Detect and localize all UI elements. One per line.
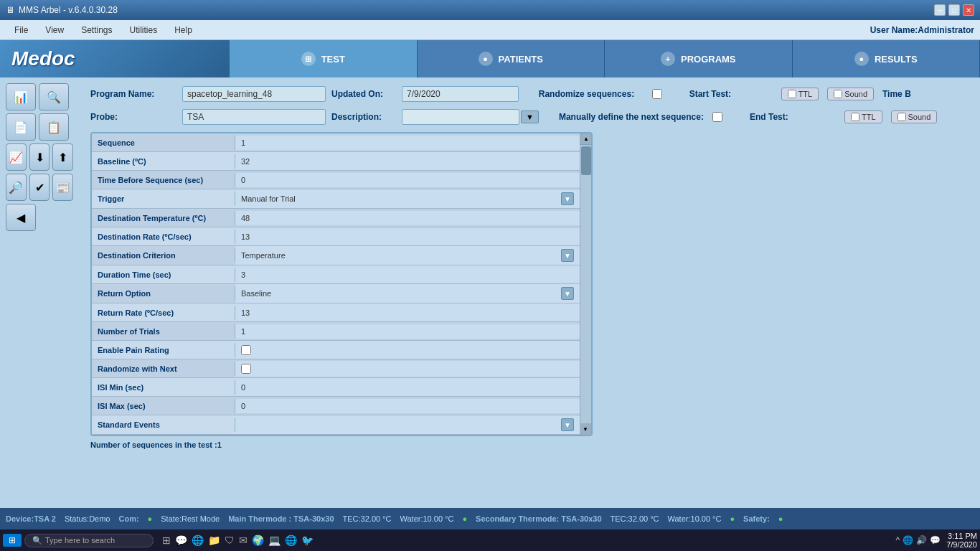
start-button[interactable]: ⊞ (3, 534, 22, 547)
sidebar-btn-zoom[interactable]: 🔎 (6, 174, 27, 201)
scrollbar[interactable]: ▲ ▼ (580, 133, 591, 435)
probe-row: Probe: Description: ▼ Manually define th… (90, 109, 969, 125)
sys-icon-volume[interactable]: 🔊 (916, 535, 927, 545)
row-value[interactable]: Temperature▼ (235, 246, 580, 265)
row-value: 1 (235, 136, 580, 150)
row-dropdown-btn[interactable]: ▼ (561, 192, 574, 205)
tab-results-label: RESULTS (875, 54, 918, 65)
end-sound-checkbox[interactable] (897, 113, 906, 121)
taskbar-icon-2[interactable]: 💬 (175, 534, 187, 546)
row-checkbox[interactable] (241, 364, 251, 374)
taskbar-icon-3[interactable]: 🌐 (192, 534, 204, 546)
sidebar-btn-doc[interactable]: 📄 (6, 113, 36, 141)
sidebar-btn-back[interactable]: ◀ (6, 204, 36, 231)
start-sound-checkbox[interactable] (834, 90, 842, 98)
probe-input[interactable] (182, 109, 326, 125)
status-device: Device:TSA 2 (6, 514, 56, 523)
sidebar-btn-check[interactable]: ✔ (29, 174, 50, 201)
start-ttl-checkbox[interactable] (788, 90, 796, 98)
taskbar-search-text: Type here to search (45, 536, 115, 545)
start-ttl-button[interactable]: TTL (781, 88, 819, 100)
patients-tab-icon: ● (479, 52, 493, 66)
taskbar-icon-6[interactable]: ✉ (239, 534, 248, 546)
taskbar-icon-10[interactable]: 🐦 (301, 534, 314, 546)
row-dropdown-btn[interactable]: ▼ (561, 287, 574, 300)
taskbar-icon-7[interactable]: 🌍 (252, 534, 264, 546)
row-dropdown-btn[interactable]: ▼ (561, 249, 574, 262)
tab-results[interactable]: ● RESULTS (793, 40, 981, 77)
app-icon: 🖥 (6, 5, 14, 15)
start-sound-button[interactable]: Sound (827, 88, 874, 100)
end-ttl-checkbox[interactable] (851, 113, 859, 121)
sys-icon-network[interactable]: 🌐 (903, 535, 913, 545)
status-sec-water: Water:10.00 °C (668, 514, 722, 523)
randomize-checkbox[interactable] (652, 89, 662, 99)
row-checkbox[interactable] (241, 345, 251, 355)
row-value[interactable] (235, 361, 580, 377)
sys-icon-msg[interactable]: 💬 (930, 535, 941, 545)
sequence-table: Sequence1Baseline (ºC)32Time Before Sequ… (92, 133, 580, 435)
taskbar-icon-9[interactable]: 🌐 (285, 534, 297, 546)
tab-programs-label: PROGRAMS (681, 54, 736, 65)
table-row: Number of Trials1 (92, 322, 580, 341)
logo: Medoc (0, 40, 230, 77)
sidebar-btn-search[interactable]: 🔍 (39, 83, 69, 110)
time-b-label: Time B (882, 89, 969, 99)
tab-programs[interactable]: + PROGRAMS (605, 40, 793, 77)
minimize-button[interactable]: ─ (934, 4, 946, 16)
status-sec-indicator: ● (730, 514, 735, 523)
row-key: Enable Pain Rating (92, 343, 235, 357)
end-sound-button[interactable]: Sound (891, 110, 938, 123)
manually-checkbox[interactable] (712, 112, 722, 122)
sidebar-btn-chart[interactable]: 📊 (6, 83, 36, 110)
status-state: State:Rest Mode (161, 514, 220, 523)
taskbar-icon-5[interactable]: 🛡 (225, 534, 235, 546)
description-dropdown-btn[interactable]: ▼ (521, 110, 539, 123)
scrollbar-up-arrow[interactable]: ▲ (580, 133, 592, 145)
tab-test-label: TEST (321, 54, 345, 65)
probe-label: Probe: (90, 112, 176, 122)
menu-help[interactable]: Help (166, 22, 201, 38)
menubar: File View Settings Utilities Help User N… (0, 20, 980, 40)
taskbar-right: ^ 🌐 🔊 💬 3:11 PM 7/9/2020 (896, 532, 977, 549)
sys-icons: ^ 🌐 🔊 💬 (896, 535, 941, 545)
taskbar-icon-8[interactable]: 💻 (268, 534, 281, 546)
updated-on-label: Updated On: (331, 89, 396, 99)
row-value[interactable]: Manual for Trial▼ (235, 189, 580, 208)
program-name-input[interactable] (182, 86, 326, 102)
taskbar-icon-1[interactable]: ⊞ (162, 534, 171, 546)
menu-utilities[interactable]: Utilities (121, 22, 166, 38)
scrollbar-down-arrow[interactable]: ▼ (580, 423, 591, 435)
end-ttl-button[interactable]: TTL (844, 110, 882, 123)
status-com: Com: (119, 514, 139, 523)
row-key: Time Before Sequence (sec) (92, 173, 235, 187)
scrollbar-thumb[interactable] (581, 146, 591, 175)
sidebar-btn-down[interactable]: ⬇ (29, 143, 50, 171)
row-value[interactable] (235, 342, 580, 358)
sys-icon-arrow[interactable]: ^ (896, 535, 900, 545)
sidebar-btn-stats[interactable]: 📈 (6, 143, 27, 171)
taskbar-icons: ⊞ 💬 🌐 📁 🛡 ✉ 🌍 💻 🌐 🐦 (156, 534, 319, 546)
row-key: ISI Max (sec) (92, 399, 235, 413)
sidebar-btn-up[interactable]: ⬆ (52, 143, 73, 171)
menu-view[interactable]: View (37, 22, 72, 38)
menu-settings[interactable]: Settings (72, 22, 121, 38)
menu-file[interactable]: File (6, 22, 37, 38)
updated-on-input[interactable] (402, 86, 519, 102)
taskbar-search[interactable]: 🔍 Type here to search (24, 534, 154, 547)
close-button[interactable]: ✕ (963, 4, 974, 16)
table-row: Destination CriterionTemperature▼ (92, 246, 580, 265)
taskbar-icon-4[interactable]: 📁 (208, 534, 220, 546)
sidebar-row-5: ◀ (6, 204, 73, 231)
row-dropdown-btn[interactable]: ▼ (561, 418, 574, 431)
tab-test[interactable]: ⊞ TEST (230, 40, 418, 77)
sidebar-btn-report[interactable]: 📰 (52, 174, 73, 201)
row-value[interactable]: ▼ (235, 415, 580, 434)
row-value[interactable]: Baseline▼ (235, 284, 580, 303)
sidebar-btn-clip[interactable]: 📋 (39, 113, 69, 141)
tab-patients[interactable]: ● PATIENTS (418, 40, 606, 77)
table-row: Return OptionBaseline▼ (92, 284, 580, 303)
description-input[interactable] (402, 109, 519, 125)
status-sec-tec: TEC:32.00 °C (611, 514, 659, 523)
maximize-button[interactable]: □ (948, 4, 960, 16)
